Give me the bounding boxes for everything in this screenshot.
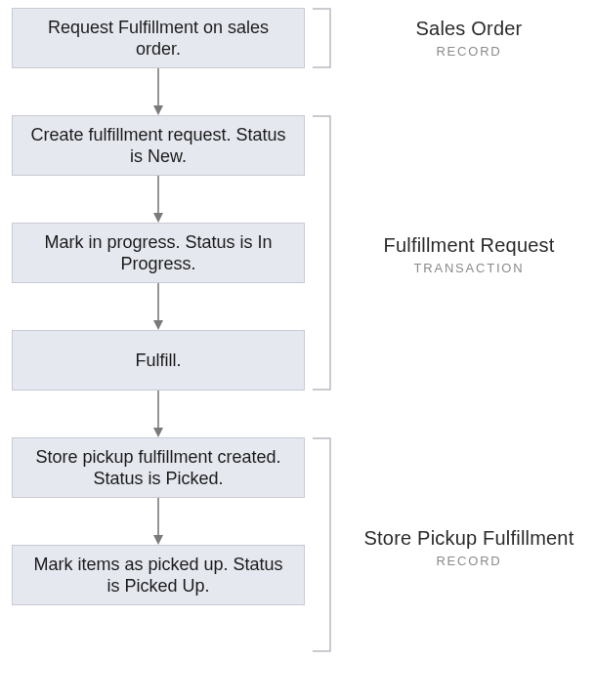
arrow-down-icon — [157, 498, 159, 545]
group-label-store-pickup: Store Pickup Fulfillment RECORD — [352, 527, 586, 568]
step-text: Request Fulfillment on sales order. — [26, 17, 290, 61]
bracket-icon — [313, 437, 334, 652]
bracket-icon — [313, 115, 334, 391]
step-box-6: Mark items as picked up. Status is Picke… — [12, 545, 305, 605]
group-subtitle: RECORD — [352, 554, 586, 568]
group-title: Fulfillment Request — [352, 234, 586, 257]
step-text: Create fulfillment request. Status is Ne… — [26, 124, 290, 168]
svg-marker-7 — [153, 428, 163, 437]
arrow-down-icon — [157, 283, 159, 330]
bracket-icon — [313, 8, 334, 68]
arrow-down-icon — [157, 176, 159, 223]
group-subtitle: RECORD — [352, 44, 586, 59]
group-title: Store Pickup Fulfillment — [352, 527, 586, 550]
svg-marker-5 — [153, 320, 163, 330]
svg-marker-9 — [153, 535, 163, 545]
flowchart-column: Request Fulfillment on sales order. Crea… — [12, 8, 305, 605]
step-text: Fulfill. — [135, 350, 181, 372]
svg-marker-3 — [153, 213, 163, 223]
group-title: Sales Order — [352, 18, 586, 40]
arrow-down-icon — [157, 68, 159, 115]
step-text: Store pickup fulfillment created. Status… — [26, 446, 290, 490]
group-subtitle: TRANSACTION — [352, 261, 586, 275]
step-box-3: Mark in progress. Status is In Progress. — [12, 223, 305, 283]
step-box-2: Create fulfillment request. Status is Ne… — [12, 115, 305, 176]
step-box-1: Request Fulfillment on sales order. — [12, 8, 305, 68]
step-text: Mark in progress. Status is In Progress. — [26, 231, 290, 275]
step-text: Mark items as picked up. Status is Picke… — [26, 554, 290, 597]
step-box-5: Store pickup fulfillment created. Status… — [12, 437, 305, 498]
group-label-sales-order: Sales Order RECORD — [352, 18, 586, 59]
arrow-down-icon — [157, 391, 159, 437]
step-box-4: Fulfill. — [12, 330, 305, 391]
svg-marker-1 — [153, 105, 163, 115]
group-label-fulfillment-request: Fulfillment Request TRANSACTION — [352, 234, 586, 275]
